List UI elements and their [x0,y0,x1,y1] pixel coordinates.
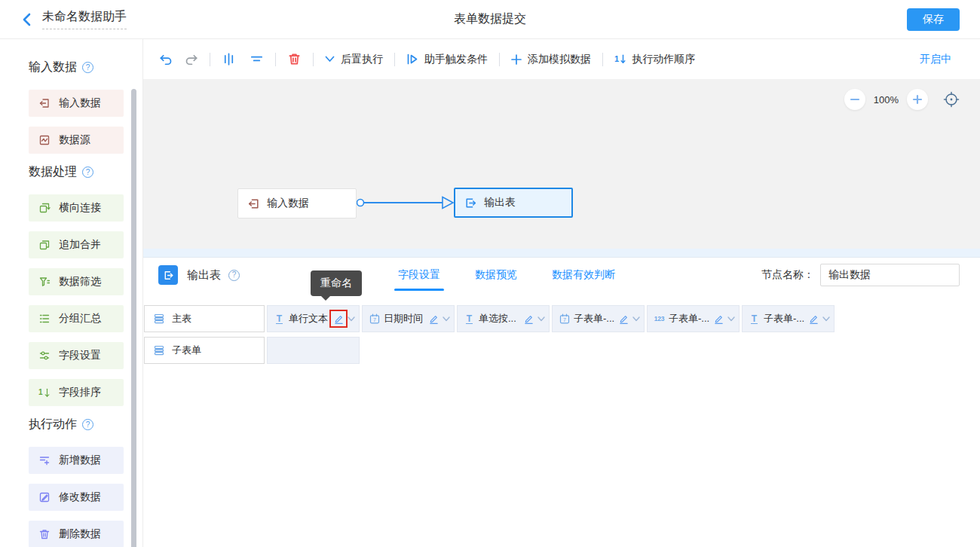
help-icon[interactable]: ? [228,270,240,281]
sidebar-item-label: 数据筛选 [59,275,101,289]
plus-icon [912,94,923,105]
redo-button[interactable] [184,52,198,66]
text-type-icon: T [464,314,475,324]
section-title-action: 执行动作 ? [29,417,142,432]
sidebar-item-modify-data[interactable]: 修改数据 [29,484,124,511]
import-icon [38,97,51,109]
chevron-down-icon [727,316,735,322]
append-merge-icon [38,239,51,251]
field-cell-subform-date[interactable]: 7 子表单-... [552,305,645,332]
action-order-button[interactable]: 1 执行动作顺序 [614,53,695,66]
field-menu-chevron[interactable] [727,316,735,322]
zoom-controls: 100% [844,89,960,110]
trigger-play-icon [406,53,418,65]
align-vertical-button[interactable] [222,52,236,66]
status-enabled[interactable]: 开启中 [920,53,951,66]
undo-button[interactable] [159,52,173,66]
panel-resize-strip[interactable] [143,249,980,258]
field-menu-chevron[interactable] [632,316,640,322]
field-menu-chevron[interactable] [348,316,355,322]
align-horizontal-button[interactable] [250,52,264,66]
delete-node-button[interactable] [287,52,302,66]
sidebar-item-data-filter[interactable]: 数据筛选 [29,268,124,295]
row-name: 子表单 [172,344,201,357]
node-name-input[interactable] [820,264,960,286]
sidebar-item-label: 分组汇总 [59,312,101,325]
export-icon [464,197,477,209]
rename-pencil-highlighted[interactable] [329,310,348,328]
chevron-down-icon [325,56,335,63]
toolbar-divider [394,53,395,66]
horizontal-join-icon [38,202,51,214]
sidebar-item-data-source[interactable]: 数据源 [29,127,124,154]
tab-data-validation[interactable]: 数据有效判断 [552,258,615,292]
page-title: 表单数据提交 [0,11,980,27]
rename-pencil[interactable] [804,310,822,328]
sidebar-item-field-sort[interactable]: 1 字段排序 [29,379,124,406]
section-title-text: 输入数据 [29,60,77,75]
zoom-in-button[interactable] [907,89,928,110]
canvas-toolbar: 后置执行 助手触发条件 添加模拟数据 1 执行动作顺序 开启中 [143,39,980,79]
pencil-icon [618,313,629,325]
datasource-icon [38,134,51,146]
table-row-subform: 子表单 [144,337,980,364]
rename-tooltip: 重命名 [311,270,362,296]
add-data-icon [38,454,51,466]
field-label: 子表单-... [669,312,709,325]
sidebar-item-group-summary[interactable]: 分组汇总 [29,305,124,332]
field-cell-datetime[interactable]: 7 日期时间 [362,305,455,332]
sidebar-item-horizontal-join[interactable]: 横向连接 [29,194,124,222]
field-menu-chevron[interactable] [822,316,830,322]
sidebar-scrollbar[interactable] [131,89,136,547]
pencil-icon [523,313,534,325]
rename-pencil[interactable] [614,310,632,328]
rename-pencil[interactable] [424,310,443,328]
field-cell-subform-number[interactable]: 123 子表单-... [647,305,740,332]
panel-title: 输出表 [187,268,221,283]
field-label: 日期时间 [384,312,424,325]
crosshair-icon [942,90,960,108]
locate-button[interactable] [942,90,960,108]
field-menu-chevron[interactable] [443,316,450,322]
flow-canvas[interactable]: 100% 输入数据 [143,79,980,249]
field-cell-single-line-text[interactable]: T 单行文本 [267,305,360,332]
modify-data-icon [38,491,51,503]
row-name-cell[interactable]: 主表 [144,305,265,332]
sidebar-section-process: 数据处理 ? 横向连接 追加合并 数据筛选 [0,164,142,406]
sidebar-item-input-data[interactable]: 输入数据 [29,90,124,117]
field-cell-subform-text[interactable]: T 子表单-... [742,305,835,332]
tab-field-settings[interactable]: 字段设置 [398,258,440,292]
field-menu-chevron[interactable] [537,316,545,322]
sidebar-item-delete-data[interactable]: 删除数据 [29,521,124,547]
rename-pencil[interactable] [709,310,727,328]
chevron-down-icon [537,316,545,322]
sidebar-item-add-data[interactable]: 新增数据 [29,447,124,474]
sidebar-item-append-merge[interactable]: 追加合并 [29,231,124,258]
node-input-data[interactable]: 输入数据 [237,188,357,218]
row-name-cell[interactable]: 子表单 [144,337,265,364]
post-execute-button[interactable]: 后置执行 [325,53,383,66]
tab-data-preview[interactable]: 数据预览 [475,258,517,292]
post-execute-label: 后置执行 [341,53,383,66]
help-icon[interactable]: ? [82,167,93,178]
sidebar-section-input: 输入数据 ? 输入数据 数据源 [0,60,142,154]
trigger-condition-label: 助手触发条件 [424,53,488,66]
panel-tabs: 字段设置 数据预览 数据有效判断 [398,258,615,292]
top-bar: 未命名数据助手 表单数据提交 保存 [0,0,980,39]
filter-icon [38,276,51,288]
save-button[interactable]: 保存 [907,8,960,31]
help-icon[interactable]: ? [82,419,93,430]
sidebar-item-label: 新增数据 [59,454,101,467]
add-mock-data-button[interactable]: 添加模拟数据 [511,53,591,66]
rename-pencil[interactable] [519,310,537,328]
section-title-process: 数据处理 ? [29,164,142,180]
node-output-table[interactable]: 输出表 [454,188,573,218]
field-cell-radio[interactable]: T 单选按... [457,305,550,332]
zoom-out-button[interactable] [844,89,865,110]
toolbar-divider [210,53,210,66]
trigger-condition-button[interactable]: 助手触发条件 [406,53,488,66]
toolbar-divider [313,53,314,66]
help-icon[interactable]: ? [82,62,93,73]
sidebar-item-field-settings[interactable]: 字段设置 [29,342,124,369]
pencil-icon [808,313,819,325]
